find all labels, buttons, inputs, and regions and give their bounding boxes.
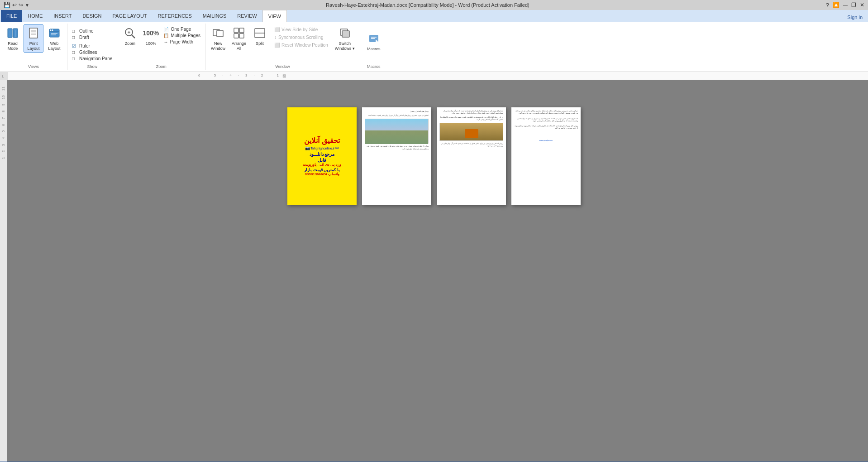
quick-access-undo[interactable]: ↩ bbox=[12, 2, 17, 8]
page3-image-machine bbox=[465, 129, 478, 138]
web-layout-button[interactable]: WebLayout bbox=[44, 24, 64, 53]
navigation-pane-checkbox-row[interactable]: □ Navigation Pane bbox=[70, 56, 114, 62]
draft-checkbox-row[interactable]: □ Draft bbox=[70, 34, 114, 40]
tab-home[interactable]: HOME bbox=[22, 10, 48, 22]
web-layout-label: WebLayout bbox=[48, 41, 60, 51]
read-mode-label: ReadMode bbox=[8, 41, 18, 51]
zoom-group-label: Zoom bbox=[156, 63, 167, 69]
ruler-mark-4: 4 bbox=[229, 73, 231, 78]
zoom-100-button[interactable]: 100% 100% bbox=[141, 24, 161, 47]
page4-content: در این بخش به بررسی روش های مختلف استخرا… bbox=[511, 107, 581, 144]
switch-windows-label: SwitchWindows ▾ bbox=[335, 41, 355, 51]
outline-checkmark: □ bbox=[72, 29, 77, 34]
window-group: NewWindow ArrangeAll Split bbox=[205, 24, 360, 70]
ruler-marks: 6 · 5 · 4 · 3 · 2 · 1 ⊠ bbox=[195, 73, 286, 78]
switch-windows-button[interactable]: SwitchWindows ▾ bbox=[333, 24, 357, 63]
tab-pagelayout[interactable]: PAGE LAYOUT bbox=[107, 10, 153, 22]
zoom-100-icon: 100% bbox=[143, 26, 158, 40]
page3-text2: در این روش ابتدا خاک روی ماده معدنی بردا… bbox=[439, 116, 503, 121]
tab-design[interactable]: DESIGN bbox=[77, 10, 107, 22]
view-side-by-side-button[interactable]: ⬜ View Side by Side bbox=[272, 26, 331, 33]
ruler-mark-1: 1 bbox=[277, 73, 278, 78]
quick-access-redo[interactable]: ↪ bbox=[19, 2, 23, 8]
page3-text1: استخراج روباز یکی از روش های اصلی استخرا… bbox=[439, 110, 503, 115]
tab-references[interactable]: REFERENCES bbox=[153, 10, 197, 22]
close-button[interactable]: ✕ bbox=[860, 2, 864, 8]
multiple-pages-button[interactable]: 📋 Multiple Pages bbox=[162, 33, 202, 38]
ruler-mark-6: 6 bbox=[198, 73, 200, 78]
ruler-separator2: · bbox=[222, 73, 223, 78]
svg-rect-24 bbox=[239, 34, 244, 38]
ribbon-toggle-icon[interactable]: 🔼 bbox=[833, 2, 839, 8]
read-mode-button[interactable]: ReadMode bbox=[3, 24, 23, 53]
ruler-mark-3: 3 bbox=[245, 73, 247, 78]
restore-button[interactable]: ❐ bbox=[851, 2, 856, 8]
svg-point-11 bbox=[50, 29, 52, 31]
ruler-checkbox-row[interactable]: ☑ Ruler bbox=[70, 43, 114, 49]
tab-file[interactable]: FILE bbox=[1, 10, 22, 22]
quick-access-customize[interactable]: ▼ bbox=[25, 3, 29, 8]
svg-rect-23 bbox=[234, 34, 238, 38]
reset-window-icon: ⬜ bbox=[274, 43, 280, 48]
macros-group-label: Macros bbox=[367, 63, 381, 69]
ruler-separator3: · bbox=[238, 73, 239, 78]
ruler-label: Ruler bbox=[79, 43, 90, 48]
page4-text2: استخراج معادن نقش مهمی در اقتصاد کشورها … bbox=[514, 118, 578, 123]
pages-row: تحقیق آنلاین 📷 Tahghighonline.ir ✉ مرجع … bbox=[287, 107, 581, 205]
view-side-icon: ⬜ bbox=[274, 27, 280, 32]
window-large-buttons: NewWindow ArrangeAll Split bbox=[208, 24, 270, 63]
tab-view[interactable]: VIEW bbox=[262, 10, 287, 22]
help-icon[interactable]: ? bbox=[826, 2, 829, 9]
minimize-button[interactable]: ─ bbox=[843, 1, 848, 9]
ruler-mark-5: 5 bbox=[214, 73, 216, 78]
split-label: Split bbox=[256, 41, 264, 46]
document-page-2: روش های استخراج معدن تحقیق در مورد معدن … bbox=[362, 107, 431, 205]
ruler-area: L 6 · 5 · 4 · 3 · 2 · 1 ⊠ bbox=[0, 72, 868, 80]
svg-rect-22 bbox=[239, 28, 244, 33]
new-window-button[interactable]: NewWindow bbox=[208, 24, 228, 63]
page2-content: روش های استخراج معدن تحقیق در مورد معدن … bbox=[362, 107, 431, 153]
arrange-all-button[interactable]: ArrangeAll bbox=[229, 24, 249, 63]
tab-review[interactable]: REVIEW bbox=[232, 10, 262, 22]
quick-access-save[interactable]: 💾 bbox=[4, 2, 10, 8]
split-icon bbox=[253, 26, 267, 40]
page1-content: تحقیق آنلاین 📷 Tahghighonline.ir ✉ مرجع … bbox=[287, 107, 357, 205]
tab-insert[interactable]: INSERT bbox=[48, 10, 77, 22]
print-layout-icon bbox=[26, 26, 41, 40]
page1-line1: مرجع دانلـــود bbox=[310, 151, 335, 158]
zoom-100-label: 100% bbox=[146, 41, 156, 46]
macros-button[interactable]: Macros bbox=[364, 30, 384, 53]
sign-in-link[interactable]: Sign in bbox=[842, 13, 868, 22]
tab-mailings[interactable]: MAILINGS bbox=[197, 10, 232, 22]
page1-url: 📷 Tahghighonline.ir ✉ bbox=[305, 146, 339, 150]
one-page-icon: 📄 bbox=[163, 27, 169, 32]
ruler-corner: L bbox=[0, 72, 8, 80]
print-layout-button[interactable]: PrintLayout bbox=[24, 24, 43, 53]
synchronous-scrolling-button[interactable]: ↕ Synchronous Scrolling bbox=[272, 34, 331, 41]
sync-scroll-label: Synchronous Scrolling bbox=[278, 35, 324, 40]
arrange-all-icon bbox=[232, 26, 246, 40]
draft-label: Draft bbox=[79, 35, 89, 40]
new-window-label: NewWindow bbox=[211, 41, 225, 51]
ruler-corner-marker: L bbox=[0, 74, 4, 78]
gridlines-checkmark: □ bbox=[72, 50, 77, 55]
svg-rect-28 bbox=[342, 31, 349, 37]
page2-text2: معادن از نظر نوع ماده معدنی به دو دسته ف… bbox=[365, 145, 429, 150]
zoom-button[interactable]: Zoom bbox=[120, 24, 140, 47]
page-width-button[interactable]: ↔ Page Width bbox=[162, 39, 202, 45]
switch-windows-icon bbox=[338, 26, 352, 40]
outline-checkbox-row[interactable]: □ Outline bbox=[70, 28, 114, 34]
ribbon-tabs: FILE HOME INSERT DESIGN PAGE LAYOUT REFE… bbox=[0, 10, 868, 22]
reset-window-position-button[interactable]: ⬜ Reset Window Position bbox=[272, 42, 331, 48]
ribbon-content: ReadMode PrintLayout WebLayout Views □ O… bbox=[0, 22, 868, 72]
macros-group: Macros Macros bbox=[360, 24, 387, 70]
one-page-button[interactable]: 📄 One Page bbox=[162, 26, 202, 32]
page2-title-text: روش های استخراج معدن bbox=[365, 110, 429, 113]
vertical-ruler-marks: 1 2 3 4 5 6 7 8 9 10 11 bbox=[2, 85, 5, 161]
document-area[interactable]: 1 2 3 4 5 6 7 8 9 10 11 تحقیق آنلاین 📷 T… bbox=[0, 80, 868, 462]
ruler-checkmark: ☑ bbox=[72, 43, 77, 48]
split-button[interactable]: Split bbox=[250, 24, 270, 63]
page1-title: تحقیق آنلاین bbox=[304, 136, 339, 145]
page2-image-sky bbox=[365, 119, 428, 130]
gridlines-checkbox-row[interactable]: □ Gridlines bbox=[70, 49, 114, 55]
